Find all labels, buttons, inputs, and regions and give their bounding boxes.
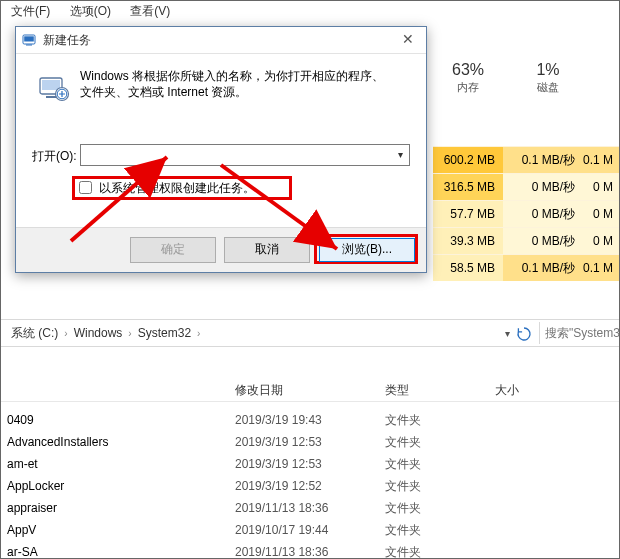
breadcrumb-segment[interactable]: Windows (70, 320, 127, 346)
file-name: AppLocker (1, 475, 229, 497)
file-size (489, 519, 599, 541)
cell-memory: 600.2 MB (433, 146, 503, 173)
file-type: 文件夹 (379, 453, 489, 475)
chevron-down-icon: ▾ (398, 149, 403, 160)
address-dropdown[interactable]: ▾ (499, 325, 515, 343)
header-disk[interactable]: 1% 磁盘 (513, 61, 583, 101)
close-icon: ✕ (402, 31, 414, 47)
file-name: AdvancedInstallers (1, 431, 229, 453)
file-size (489, 475, 599, 497)
file-size (489, 431, 599, 453)
file-size (489, 541, 599, 559)
cell-disk: 0.1 MB/秒 (503, 146, 583, 173)
run-input-dropdown[interactable]: ▾ (392, 145, 408, 165)
close-button[interactable]: ✕ (394, 30, 422, 50)
file-date: 2019/3/19 12:53 (229, 431, 379, 453)
svg-rect-3 (42, 80, 60, 90)
memory-percent: 63% (433, 61, 503, 79)
run-description: Windows 将根据你所键入的名称，为你打开相应的程序、 文件夹、文档或 In… (80, 68, 410, 100)
file-name: 0409 (1, 409, 229, 431)
file-type: 文件夹 (379, 497, 489, 519)
disk-label: 磁盘 (513, 80, 583, 95)
file-date: 2019/10/17 19:44 (229, 519, 379, 541)
svg-rect-4 (46, 96, 56, 98)
memory-label: 内存 (433, 80, 503, 95)
run-admin-checkbox[interactable] (79, 181, 92, 194)
file-date: 2019/11/13 18:36 (229, 541, 379, 559)
chevron-right-icon: › (195, 321, 202, 347)
ok-button[interactable]: 确定 (130, 237, 216, 263)
list-item[interactable]: AdvancedInstallers2019/3/19 12:53文件夹 (1, 431, 620, 453)
browse-button[interactable]: 浏览(B)... (319, 238, 415, 262)
cell-extra: 0 M (583, 227, 620, 254)
list-item[interactable]: appraiser2019/11/13 18:36文件夹 (1, 497, 620, 519)
search-placeholder: 搜索"System32 (545, 326, 620, 340)
cell-memory: 57.7 MB (433, 200, 503, 227)
cell-extra: 0 M (583, 173, 620, 200)
header-memory[interactable]: 63% 内存 (433, 61, 503, 101)
run-footer: 确定 取消 浏览(B)... (16, 227, 426, 272)
run-title-text: 新建任务 (43, 33, 91, 47)
cell-extra: 0.1 M (583, 254, 620, 281)
cell-memory: 316.5 MB (433, 173, 503, 200)
admin-checkbox-highlight: 以系统管理权限创建此任务。 (72, 176, 292, 200)
file-name: AppV (1, 519, 229, 541)
file-type: 文件夹 (379, 431, 489, 453)
breadcrumb-segment[interactable]: System32 (134, 320, 195, 346)
explorer-window: 系统 (C:)›Windows›System32› ▾ 搜索"System32 … (1, 319, 620, 559)
col-size[interactable]: 大小 (489, 379, 599, 401)
menu-file[interactable]: 文件(F) (3, 3, 58, 20)
list-item[interactable]: ar-SA2019/11/13 18:36文件夹 (1, 541, 620, 559)
col-type[interactable]: 类型 (379, 379, 489, 401)
col-date[interactable]: 修改日期 (229, 379, 379, 401)
list-item[interactable]: am-et2019/3/19 12:53文件夹 (1, 453, 620, 475)
cell-memory: 58.5 MB (433, 254, 503, 281)
breadcrumb-segment[interactable]: 系统 (C:) (7, 320, 62, 346)
file-name: am-et (1, 453, 229, 475)
list-item[interactable]: 04092019/3/19 19:43文件夹 (1, 409, 620, 431)
file-date: 2019/11/13 18:36 (229, 497, 379, 519)
svg-rect-1 (24, 36, 34, 41)
run-admin-label[interactable]: 以系统管理权限创建此任务。 (99, 181, 255, 195)
explorer-file-list: 04092019/3/19 19:43文件夹AdvancedInstallers… (1, 409, 620, 559)
cell-disk: 0.1 MB/秒 (503, 254, 583, 281)
explorer-addressbar: 系统 (C:)›Windows›System32› ▾ 搜索"System32 (1, 319, 620, 347)
cell-extra: 0.1 M (583, 146, 620, 173)
cell-memory: 39.3 MB (433, 227, 503, 254)
run-titlebar[interactable]: 新建任务 ✕ (16, 27, 426, 54)
col-name[interactable] (1, 379, 229, 401)
run-open-input[interactable] (80, 144, 410, 166)
file-date: 2019/3/19 19:43 (229, 409, 379, 431)
run-description-line2: 文件夹、文档或 Internet 资源。 (80, 84, 410, 100)
cell-extra: 0 M (583, 200, 620, 227)
cell-disk: 0 MB/秒 (503, 227, 583, 254)
task-manager-header: 63% 内存 1% 磁盘 (433, 61, 620, 101)
file-name: ar-SA (1, 541, 229, 559)
chevron-right-icon: › (126, 321, 133, 347)
chevron-right-icon: › (62, 321, 69, 347)
cancel-button[interactable]: 取消 (224, 237, 310, 263)
chevron-down-icon: ▾ (505, 328, 510, 339)
file-name: appraiser (1, 497, 229, 519)
file-type: 文件夹 (379, 519, 489, 541)
file-type: 文件夹 (379, 409, 489, 431)
run-icon (38, 72, 70, 104)
run-open-label: 打开(O): (32, 148, 77, 165)
list-item[interactable]: AppV2019/10/17 19:44文件夹 (1, 519, 620, 541)
run-description-line1: Windows 将根据你所键入的名称，为你打开相应的程序、 (80, 68, 410, 84)
refresh-button[interactable] (515, 325, 533, 343)
file-type: 文件夹 (379, 541, 489, 559)
menu-options[interactable]: 选项(O) (62, 3, 119, 20)
browse-button-highlight: 浏览(B)... (314, 234, 418, 264)
search-input[interactable]: 搜索"System32 (539, 322, 620, 344)
disk-percent: 1% (513, 61, 583, 79)
menu-view[interactable]: 查看(V) (122, 3, 178, 20)
file-size (489, 453, 599, 475)
run-dialog: 新建任务 ✕ Windows 将根据你所键入的名称，为你打开相应的程序、 文件夹… (15, 26, 427, 273)
breadcrumb[interactable]: 系统 (C:)›Windows›System32› (7, 320, 202, 346)
file-size (489, 497, 599, 519)
file-date: 2019/3/19 12:52 (229, 475, 379, 497)
file-type: 文件夹 (379, 475, 489, 497)
list-item[interactable]: AppLocker2019/3/19 12:52文件夹 (1, 475, 620, 497)
cell-disk: 0 MB/秒 (503, 173, 583, 200)
